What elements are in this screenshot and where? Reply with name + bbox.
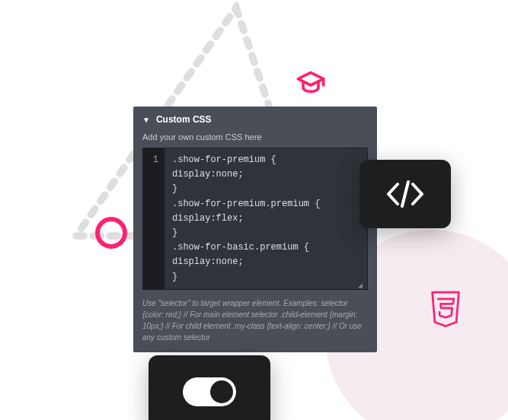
line-number-gutter: 1 xyxy=(143,148,165,289)
panel-subtitle: Add your own custom CSS here xyxy=(133,132,377,148)
css3-icon xyxy=(429,291,462,329)
code-icon xyxy=(384,178,427,210)
toggle-switch[interactable] xyxy=(183,377,236,406)
css-code-editor[interactable]: 1 .show-for-premium { display:none; } .s… xyxy=(142,148,368,290)
code-icon-card xyxy=(359,160,451,228)
line-number: 1 xyxy=(149,153,158,167)
panel-title: Custom CSS xyxy=(156,114,212,125)
code-textarea[interactable]: .show-for-premium { display:none; } .sho… xyxy=(165,148,367,289)
collapse-chevron-icon: ▼ xyxy=(142,116,150,124)
toggle-card xyxy=(149,355,270,420)
pink-ring-decoration xyxy=(95,217,127,249)
custom-css-panel: ▼ Custom CSS Add your own custom CSS her… xyxy=(133,107,377,352)
graduation-cap-icon xyxy=(296,66,326,97)
help-text: Use "selector" to target wrapper element… xyxy=(133,290,377,343)
panel-header[interactable]: ▼ Custom CSS xyxy=(133,107,377,132)
svg-line-2 xyxy=(402,182,408,206)
